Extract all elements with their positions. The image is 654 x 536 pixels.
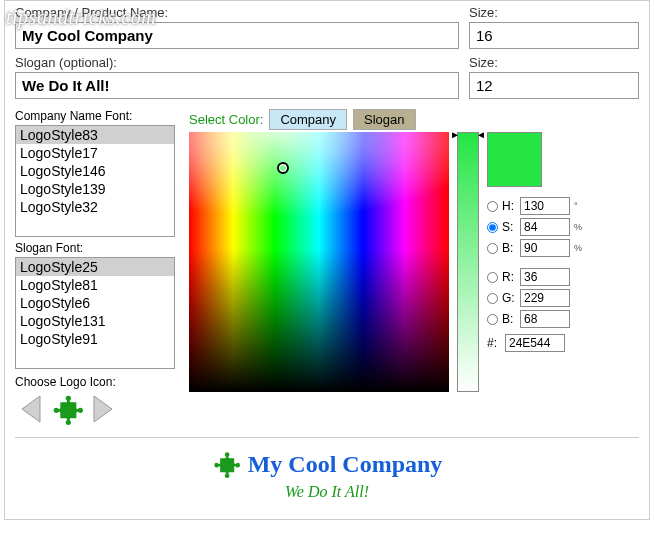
svg-marker-1 [94,396,112,422]
select-color-label: Select Color: [189,112,263,127]
r-label: R: [502,270,516,284]
list-item[interactable]: LogoStyle32 [16,198,174,216]
g-input[interactable] [520,289,570,307]
choose-icon-label: Choose Logo Icon: [15,375,175,389]
bb-input[interactable] [520,310,570,328]
s-input[interactable] [520,218,570,236]
list-item[interactable]: LogoStyle83 [16,126,174,144]
list-item[interactable]: LogoStyle139 [16,180,174,198]
prev-icon-button[interactable] [15,391,47,427]
hex-label: #: [487,336,501,350]
g-label: G: [502,291,516,305]
b-input[interactable] [520,239,570,257]
slogan-label: Slogan (optional): [15,55,459,70]
mode-g-radio[interactable] [487,293,498,304]
list-item[interactable]: LogoStyle91 [16,330,174,348]
company-font-label: Company Name Font: [15,109,175,123]
next-icon-button[interactable] [87,391,119,427]
logo-preview: My Cool Company We Do It All! [15,437,639,519]
chevron-right-icon [90,394,116,424]
bb-label: B: [502,312,516,326]
tab-slogan[interactable]: Slogan [353,109,415,130]
color-gradient-picker[interactable] [189,132,449,392]
main-panel: Company / Product Name: Slogan (optional… [4,0,650,520]
puzzle-icon [212,450,240,478]
mode-bb-radio[interactable] [487,314,498,325]
company-font-listbox[interactable]: LogoStyle83 LogoStyle17 LogoStyle146 Log… [15,125,175,237]
h-input[interactable] [520,197,570,215]
b-label: B: [502,241,516,255]
mode-s-radio[interactable] [487,222,498,233]
mode-b-radio[interactable] [487,243,498,254]
mode-h-radio[interactable] [487,201,498,212]
h-label: H: [502,199,516,213]
color-cursor[interactable] [277,162,289,174]
s-label: S: [502,220,516,234]
slogan-font-label: Slogan Font: [15,241,175,255]
chevron-left-icon [18,394,44,424]
list-item[interactable]: LogoStyle81 [16,276,174,294]
watermark-text: tipsandtricks.com [6,6,156,29]
svg-marker-0 [22,396,40,422]
list-item[interactable]: LogoStyle25 [16,258,174,276]
size1-input[interactable] [469,22,639,49]
size2-label: Size: [469,55,639,70]
slogan-input[interactable] [15,72,459,99]
tab-company[interactable]: Company [269,109,347,130]
mode-r-radio[interactable] [487,272,498,283]
list-item[interactable]: LogoStyle146 [16,162,174,180]
size2-input[interactable] [469,72,639,99]
lightness-slider[interactable] [457,132,479,392]
list-item[interactable]: LogoStyle6 [16,294,174,312]
preview-company-text: My Cool Company [248,451,443,478]
hex-input[interactable] [505,334,565,352]
slogan-font-listbox[interactable]: LogoStyle25 LogoStyle81 LogoStyle6 LogoS… [15,257,175,369]
list-item[interactable]: LogoStyle131 [16,312,174,330]
size1-label: Size: [469,5,639,20]
preview-slogan-text: We Do It All! [15,483,639,501]
list-item[interactable]: LogoStyle17 [16,144,174,162]
puzzle-icon [51,393,83,425]
r-input[interactable] [520,268,570,286]
color-swatch [487,132,542,187]
